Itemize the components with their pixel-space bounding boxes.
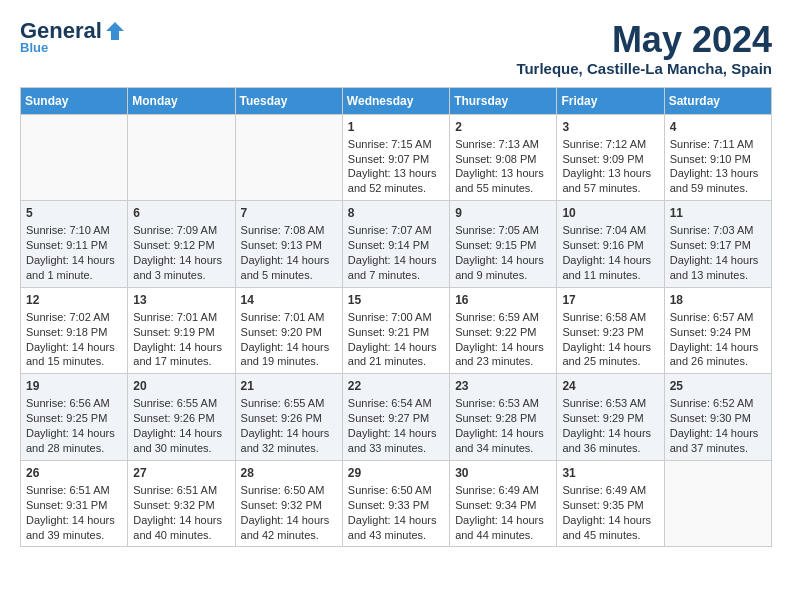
- daylight-hours: Daylight: 13 hours and 55 minutes.: [455, 166, 551, 196]
- daylight-hours: Daylight: 14 hours and 28 minutes.: [26, 426, 122, 456]
- sunset-time: Sunset: 9:35 PM: [562, 498, 658, 513]
- sunrise-time: Sunrise: 6:49 AM: [562, 483, 658, 498]
- sunrise-time: Sunrise: 7:07 AM: [348, 223, 444, 238]
- calendar-cell: 19Sunrise: 6:56 AMSunset: 9:25 PMDayligh…: [21, 374, 128, 461]
- calendar-cell: 18Sunrise: 6:57 AMSunset: 9:24 PMDayligh…: [664, 287, 771, 374]
- day-number: 27: [133, 465, 229, 481]
- sunrise-time: Sunrise: 6:50 AM: [241, 483, 337, 498]
- calendar-cell: 31Sunrise: 6:49 AMSunset: 9:35 PMDayligh…: [557, 460, 664, 547]
- day-number: 22: [348, 378, 444, 394]
- sunset-time: Sunset: 9:22 PM: [455, 325, 551, 340]
- daylight-hours: Daylight: 14 hours and 33 minutes.: [348, 426, 444, 456]
- sunrise-time: Sunrise: 7:00 AM: [348, 310, 444, 325]
- sunset-time: Sunset: 9:30 PM: [670, 411, 766, 426]
- calendar-cell: [235, 114, 342, 201]
- day-number: 18: [670, 292, 766, 308]
- day-number: 6: [133, 205, 229, 221]
- calendar-week-row: 12Sunrise: 7:02 AMSunset: 9:18 PMDayligh…: [21, 287, 772, 374]
- header-tuesday: Tuesday: [235, 87, 342, 114]
- daylight-hours: Daylight: 13 hours and 57 minutes.: [562, 166, 658, 196]
- title-block: May 2024 Turleque, Castille-La Mancha, S…: [516, 20, 772, 77]
- sunrise-time: Sunrise: 7:01 AM: [241, 310, 337, 325]
- header-friday: Friday: [557, 87, 664, 114]
- sunrise-time: Sunrise: 6:53 AM: [562, 396, 658, 411]
- sunset-time: Sunset: 9:08 PM: [455, 152, 551, 167]
- day-number: 26: [26, 465, 122, 481]
- logo: General Blue: [20, 20, 126, 55]
- sunrise-time: Sunrise: 6:55 AM: [241, 396, 337, 411]
- daylight-hours: Daylight: 14 hours and 19 minutes.: [241, 340, 337, 370]
- sunrise-time: Sunrise: 6:51 AM: [26, 483, 122, 498]
- calendar-week-row: 19Sunrise: 6:56 AMSunset: 9:25 PMDayligh…: [21, 374, 772, 461]
- calendar-cell: [21, 114, 128, 201]
- header-monday: Monday: [128, 87, 235, 114]
- daylight-hours: Daylight: 14 hours and 42 minutes.: [241, 513, 337, 543]
- day-number: 23: [455, 378, 551, 394]
- sunset-time: Sunset: 9:15 PM: [455, 238, 551, 253]
- sunrise-time: Sunrise: 7:10 AM: [26, 223, 122, 238]
- calendar-cell: 17Sunrise: 6:58 AMSunset: 9:23 PMDayligh…: [557, 287, 664, 374]
- header-thursday: Thursday: [450, 87, 557, 114]
- sunrise-time: Sunrise: 6:50 AM: [348, 483, 444, 498]
- sunset-time: Sunset: 9:14 PM: [348, 238, 444, 253]
- calendar-cell: 6Sunrise: 7:09 AMSunset: 9:12 PMDaylight…: [128, 201, 235, 288]
- daylight-hours: Daylight: 13 hours and 52 minutes.: [348, 166, 444, 196]
- day-number: 8: [348, 205, 444, 221]
- sunset-time: Sunset: 9:07 PM: [348, 152, 444, 167]
- sunrise-time: Sunrise: 6:49 AM: [455, 483, 551, 498]
- sunrise-time: Sunrise: 7:03 AM: [670, 223, 766, 238]
- day-number: 5: [26, 205, 122, 221]
- calendar-cell: 25Sunrise: 6:52 AMSunset: 9:30 PMDayligh…: [664, 374, 771, 461]
- sunrise-time: Sunrise: 7:05 AM: [455, 223, 551, 238]
- sunset-time: Sunset: 9:27 PM: [348, 411, 444, 426]
- calendar-week-row: 1Sunrise: 7:15 AMSunset: 9:07 PMDaylight…: [21, 114, 772, 201]
- sunrise-time: Sunrise: 7:13 AM: [455, 137, 551, 152]
- day-number: 2: [455, 119, 551, 135]
- sunset-time: Sunset: 9:17 PM: [670, 238, 766, 253]
- daylight-hours: Daylight: 14 hours and 21 minutes.: [348, 340, 444, 370]
- day-number: 30: [455, 465, 551, 481]
- day-number: 29: [348, 465, 444, 481]
- daylight-hours: Daylight: 14 hours and 39 minutes.: [26, 513, 122, 543]
- sunset-time: Sunset: 9:21 PM: [348, 325, 444, 340]
- sunset-time: Sunset: 9:18 PM: [26, 325, 122, 340]
- day-number: 31: [562, 465, 658, 481]
- day-number: 16: [455, 292, 551, 308]
- sunrise-time: Sunrise: 7:02 AM: [26, 310, 122, 325]
- calendar-table: SundayMondayTuesdayWednesdayThursdayFrid…: [20, 87, 772, 548]
- calendar-cell: 2Sunrise: 7:13 AMSunset: 9:08 PMDaylight…: [450, 114, 557, 201]
- calendar-cell: 24Sunrise: 6:53 AMSunset: 9:29 PMDayligh…: [557, 374, 664, 461]
- page-header: General Blue May 2024 Turleque, Castille…: [20, 20, 772, 77]
- sunset-time: Sunset: 9:09 PM: [562, 152, 658, 167]
- logo-blue: Blue: [20, 40, 48, 55]
- calendar-cell: 28Sunrise: 6:50 AMSunset: 9:32 PMDayligh…: [235, 460, 342, 547]
- day-number: 28: [241, 465, 337, 481]
- day-number: 15: [348, 292, 444, 308]
- daylight-hours: Daylight: 14 hours and 32 minutes.: [241, 426, 337, 456]
- sunset-time: Sunset: 9:32 PM: [241, 498, 337, 513]
- calendar-cell: 26Sunrise: 6:51 AMSunset: 9:31 PMDayligh…: [21, 460, 128, 547]
- calendar-cell: [664, 460, 771, 547]
- sunset-time: Sunset: 9:31 PM: [26, 498, 122, 513]
- sunset-time: Sunset: 9:12 PM: [133, 238, 229, 253]
- calendar-cell: 1Sunrise: 7:15 AMSunset: 9:07 PMDaylight…: [342, 114, 449, 201]
- sunrise-time: Sunrise: 7:15 AM: [348, 137, 444, 152]
- calendar-cell: 8Sunrise: 7:07 AMSunset: 9:14 PMDaylight…: [342, 201, 449, 288]
- day-number: 17: [562, 292, 658, 308]
- day-number: 25: [670, 378, 766, 394]
- sunrise-time: Sunrise: 7:09 AM: [133, 223, 229, 238]
- day-number: 4: [670, 119, 766, 135]
- sunset-time: Sunset: 9:28 PM: [455, 411, 551, 426]
- sunrise-time: Sunrise: 6:56 AM: [26, 396, 122, 411]
- day-number: 10: [562, 205, 658, 221]
- daylight-hours: Daylight: 14 hours and 44 minutes.: [455, 513, 551, 543]
- sunset-time: Sunset: 9:20 PM: [241, 325, 337, 340]
- daylight-hours: Daylight: 14 hours and 1 minute.: [26, 253, 122, 283]
- sunrise-time: Sunrise: 6:58 AM: [562, 310, 658, 325]
- calendar-cell: 3Sunrise: 7:12 AMSunset: 9:09 PMDaylight…: [557, 114, 664, 201]
- calendar-cell: 5Sunrise: 7:10 AMSunset: 9:11 PMDaylight…: [21, 201, 128, 288]
- daylight-hours: Daylight: 14 hours and 13 minutes.: [670, 253, 766, 283]
- sunset-time: Sunset: 9:24 PM: [670, 325, 766, 340]
- day-number: 19: [26, 378, 122, 394]
- month-title: May 2024: [516, 20, 772, 60]
